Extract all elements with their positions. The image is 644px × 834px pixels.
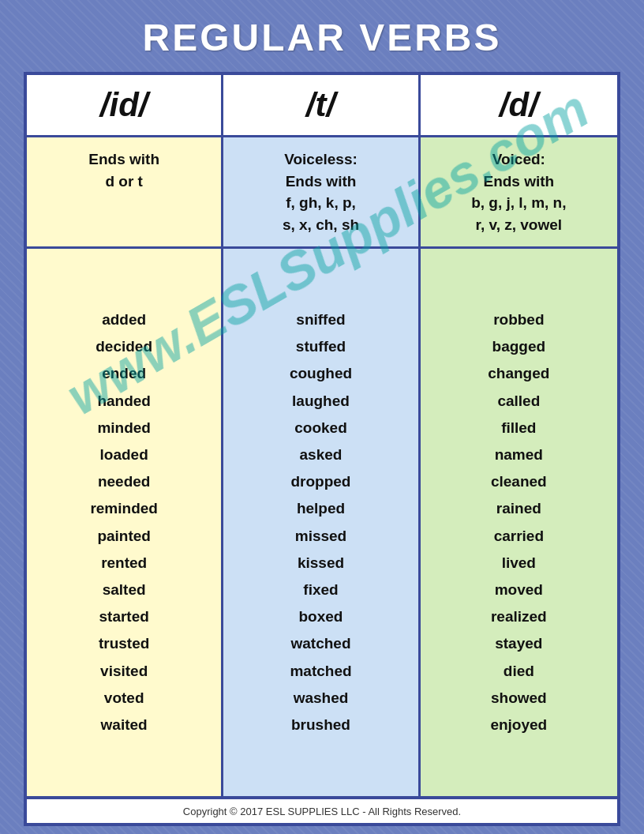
words-row: addeddecidedendedhandedmindedloadedneede… [27, 249, 617, 796]
list-item: bagged [492, 333, 546, 360]
list-item: trusted [99, 630, 149, 657]
list-item: washed [294, 685, 349, 712]
list-item: waited [101, 712, 148, 738]
words-cell-id: addeddecidedendedhandedmindedloadedneede… [27, 249, 223, 796]
list-item: died [504, 658, 534, 685]
list-item: kissed [298, 550, 344, 577]
list-item: realized [491, 603, 547, 630]
list-item: brushed [291, 712, 350, 738]
words-cell-d: robbedbaggedchangedcalledfillednamedclea… [421, 249, 617, 796]
list-item: showed [491, 685, 547, 712]
description-row: Ends withd or t Voiceless:Ends withf, gh… [27, 137, 617, 249]
list-item: reminded [90, 495, 158, 522]
list-item: laughed [292, 388, 350, 415]
list-item: fixed [303, 577, 338, 603]
list-item: robbed [493, 306, 544, 333]
main-table: /id/ /t/ /d/ Ends withd or t Voiceless:E… [24, 72, 620, 799]
list-item: rained [496, 495, 541, 522]
list-item: rented [101, 550, 147, 577]
list-item: missed [295, 523, 346, 550]
list-item: named [495, 441, 543, 468]
list-item: asked [300, 441, 343, 468]
list-item: moved [495, 577, 543, 603]
list-item: decided [95, 333, 152, 360]
list-item: dropped [290, 468, 350, 495]
list-item: sniffed [296, 306, 345, 333]
list-item: voted [104, 685, 144, 712]
list-item: changed [488, 360, 549, 387]
header-cell-id: /id/ [27, 75, 223, 135]
words-cell-t: sniffedstuffedcoughedlaughedcookedaskedd… [223, 249, 420, 796]
list-item: painted [97, 523, 151, 550]
list-item: started [99, 603, 148, 630]
list-item: lived [502, 550, 536, 577]
list-item: called [497, 388, 540, 415]
list-item: minded [97, 415, 151, 441]
list-item: matched [290, 658, 351, 685]
list-item: cleaned [491, 468, 547, 495]
list-item: visited [100, 658, 148, 685]
desc-cell-d: Voiced:Ends withb, g, j, l, m, n,r, v, z… [421, 137, 617, 246]
desc-cell-t: Voiceless:Ends withf, gh, k, p,s, x, ch,… [223, 137, 420, 246]
list-item: ended [102, 360, 146, 387]
table-header-row: /id/ /t/ /d/ [27, 75, 617, 137]
list-item: added [102, 306, 146, 333]
list-item: stuffed [296, 333, 346, 360]
list-item: carried [494, 523, 544, 550]
list-item: cooked [294, 415, 347, 441]
list-item: filled [501, 415, 536, 441]
page-title: REGULAR VERBS [142, 16, 501, 59]
header-cell-d: /d/ [421, 75, 617, 135]
list-item: stayed [495, 630, 542, 657]
desc-cell-id: Ends withd or t [27, 137, 223, 246]
copyright-text: Copyright © 2017 ESL SUPPLIES LLC - All … [183, 806, 461, 817]
list-item: boxed [299, 603, 343, 630]
list-item: loaded [100, 441, 148, 468]
list-item: enjoyed [490, 712, 547, 738]
list-item: handed [97, 388, 151, 415]
header-cell-t: /t/ [223, 75, 420, 135]
footer: Copyright © 2017 ESL SUPPLIES LLC - All … [24, 799, 620, 826]
list-item: helped [297, 495, 345, 522]
list-item: coughed [290, 360, 352, 387]
list-item: salted [103, 577, 146, 603]
list-item: watched [290, 630, 350, 657]
list-item: needed [98, 468, 151, 495]
